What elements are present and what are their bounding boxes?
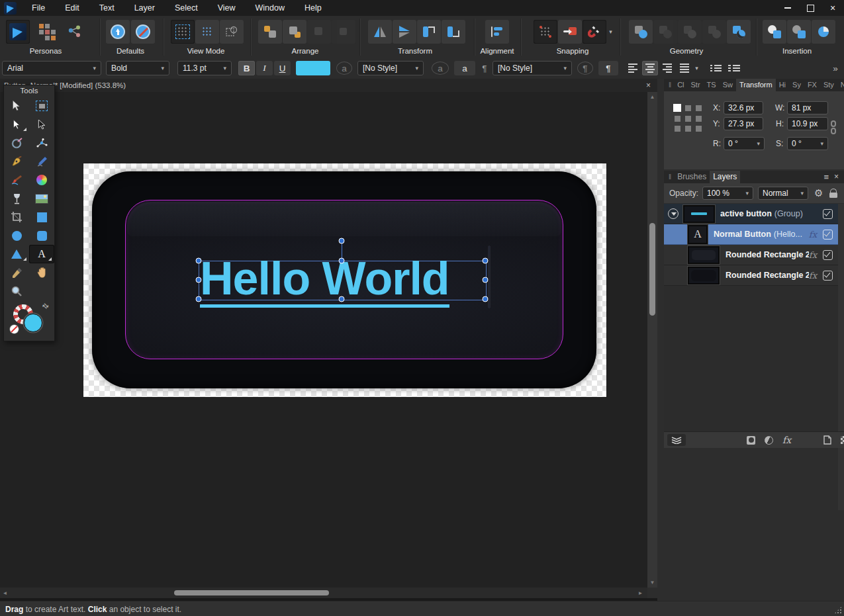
fx-badge[interactable]: fx bbox=[809, 230, 817, 240]
tab-symbols[interactable]: Sy bbox=[789, 79, 804, 91]
opacity-select[interactable]: 100 %▾ bbox=[702, 187, 753, 200]
insert-inside-button[interactable] bbox=[812, 20, 835, 44]
selection-handle-top-right[interactable] bbox=[483, 258, 489, 264]
layer-row-rounded-rect-inner[interactable]: Rounded Rectangle 2... fx bbox=[664, 245, 838, 265]
fill-colour-swatch[interactable] bbox=[24, 314, 42, 332]
x-input[interactable]: 32.6 px bbox=[724, 101, 763, 114]
transparency-tool[interactable] bbox=[4, 189, 29, 208]
show-paragraph-marks-button[interactable]: ¶ bbox=[598, 61, 618, 75]
selection-handle-top-center[interactable] bbox=[339, 258, 345, 264]
layer-visibility-checkbox[interactable] bbox=[823, 230, 833, 240]
no-colour-swatch[interactable] bbox=[9, 324, 19, 334]
tab-swatches[interactable]: Sw bbox=[720, 79, 736, 91]
selection-handle-bottom-left[interactable] bbox=[196, 296, 202, 302]
shape-layer-thumbnail[interactable] bbox=[688, 246, 720, 264]
expand-group-icon[interactable] bbox=[668, 208, 679, 219]
blend-options-gear-icon[interactable]: ⚙ bbox=[814, 187, 823, 199]
pen-tool[interactable] bbox=[4, 152, 29, 171]
selection-handle-bottom-center[interactable] bbox=[339, 296, 345, 302]
horizontal-scrollbar[interactable]: ◄ ► bbox=[0, 588, 647, 598]
tab-navigator[interactable]: Nv bbox=[837, 79, 844, 91]
paragraph-style-select[interactable]: [No Style] ▾ bbox=[492, 61, 572, 75]
view-mode-vector-button[interactable] bbox=[171, 20, 195, 44]
zoom-tool[interactable] bbox=[4, 282, 29, 300]
vertical-scroll-thumb[interactable] bbox=[649, 223, 655, 316]
shape-layer-thumbnail[interactable] bbox=[688, 267, 720, 285]
rotate-anticlockwise-button[interactable] bbox=[417, 20, 441, 44]
y-input[interactable]: 27.3 px bbox=[724, 117, 763, 130]
layers-empty-area[interactable] bbox=[664, 286, 838, 431]
text-selection-box[interactable]: Hello World bbox=[199, 261, 487, 300]
text-colour-swatch[interactable] bbox=[296, 61, 330, 75]
selection-handle-bottom-right[interactable] bbox=[483, 296, 489, 302]
mask-layer-button[interactable] bbox=[747, 436, 755, 445]
place-image-tool[interactable] bbox=[29, 189, 54, 208]
rotation-select[interactable]: 0 °▾ bbox=[724, 137, 765, 150]
view-mode-outline-button[interactable] bbox=[220, 20, 244, 44]
flip-vertical-button[interactable] bbox=[393, 20, 416, 44]
align-center-button[interactable] bbox=[642, 61, 658, 75]
horizontal-scroll-thumb[interactable] bbox=[174, 590, 329, 595]
tab-brushes[interactable]: Brushes bbox=[674, 171, 710, 183]
toolbar-overflow-button[interactable]: » bbox=[829, 61, 841, 75]
layer-visibility-checkbox[interactable] bbox=[823, 209, 833, 219]
tab-styles[interactable]: Sty bbox=[820, 79, 837, 91]
character-style-select[interactable]: [No Style] ▾ bbox=[357, 61, 424, 75]
tab-text-styles[interactable]: TS bbox=[704, 79, 720, 91]
tab-stroke[interactable]: Str bbox=[688, 79, 704, 91]
geometry-add-button[interactable] bbox=[629, 20, 653, 44]
vertical-scrollbar[interactable]: ▲ ▼ bbox=[647, 92, 657, 588]
view-mode-pixel-button[interactable] bbox=[195, 20, 219, 44]
shear-select[interactable]: 0 °▾ bbox=[787, 137, 828, 150]
layer-effects-button[interactable]: fx bbox=[782, 435, 791, 445]
document-close-button[interactable]: × bbox=[646, 81, 651, 90]
pixel-persona-button[interactable] bbox=[35, 20, 59, 44]
node-tool[interactable] bbox=[4, 115, 29, 134]
text-layer-thumbnail[interactable]: A bbox=[688, 225, 708, 244]
menu-edit[interactable]: Edit bbox=[55, 0, 89, 16]
geometry-combine-button[interactable] bbox=[727, 20, 751, 44]
menu-layer[interactable]: Layer bbox=[124, 0, 165, 16]
justify-button[interactable] bbox=[677, 61, 692, 75]
point-transform-tool[interactable] bbox=[29, 115, 54, 134]
alignment-options-dropdown[interactable]: ▾ bbox=[692, 61, 701, 75]
bullet-list-button[interactable] bbox=[707, 61, 724, 75]
rasterise-button[interactable] bbox=[841, 436, 844, 444]
alignment-button[interactable] bbox=[485, 20, 509, 44]
fx-badge[interactable]: fx bbox=[809, 271, 817, 281]
move-forward-button[interactable] bbox=[283, 20, 306, 44]
scroll-left-arrow[interactable]: ◄ bbox=[0, 590, 10, 596]
canvas-document[interactable]: Hello World bbox=[83, 163, 606, 397]
layer-row-normal-button[interactable]: A Normal Button (Hello... fx bbox=[664, 224, 838, 245]
artboard-tool[interactable] bbox=[29, 97, 54, 115]
menu-file[interactable]: File bbox=[22, 0, 55, 16]
selection-handle-top-left[interactable] bbox=[196, 258, 202, 264]
font-size-select[interactable]: 11.3 pt ▾ bbox=[177, 61, 232, 75]
vector-crop-tool[interactable] bbox=[4, 208, 29, 226]
revert-defaults-button[interactable] bbox=[131, 20, 155, 44]
h-input[interactable]: 10.9 px bbox=[787, 117, 828, 130]
fill-tool[interactable] bbox=[29, 171, 54, 189]
fx-badge[interactable]: fx bbox=[809, 250, 817, 260]
selection-handle-mid-right[interactable] bbox=[483, 277, 489, 283]
panel-drag-handle[interactable]: ‖ bbox=[664, 171, 674, 183]
triangle-tool[interactable] bbox=[4, 245, 29, 263]
panel-divider[interactable] bbox=[657, 79, 664, 601]
vector-brush-tool[interactable] bbox=[4, 171, 29, 189]
maximize-button[interactable] bbox=[799, 1, 821, 15]
align-right-button[interactable] bbox=[659, 61, 675, 75]
layer-row-group[interactable]: active button (Group) bbox=[664, 204, 838, 224]
tab-layers[interactable]: Layers bbox=[710, 171, 740, 183]
menu-select[interactable]: Select bbox=[165, 0, 208, 16]
adjustment-layer-button[interactable] bbox=[765, 436, 773, 445]
tab-transform[interactable]: Transform bbox=[736, 79, 776, 91]
menu-window[interactable]: Window bbox=[246, 0, 295, 16]
panel-drag-handle[interactable]: ‖ bbox=[664, 79, 674, 91]
font-weight-select[interactable]: Bold ▾ bbox=[106, 61, 169, 75]
layer-row-rounded-rect-outer[interactable]: Rounded Rectangle 2... fx bbox=[664, 265, 838, 286]
move-to-front-button[interactable] bbox=[258, 20, 282, 44]
rotation-handle[interactable] bbox=[339, 238, 345, 244]
italic-button[interactable]: I bbox=[256, 61, 273, 75]
tab-history[interactable]: Hi bbox=[776, 79, 789, 91]
swap-colours-icon[interactable]: ⇄ bbox=[40, 301, 51, 312]
